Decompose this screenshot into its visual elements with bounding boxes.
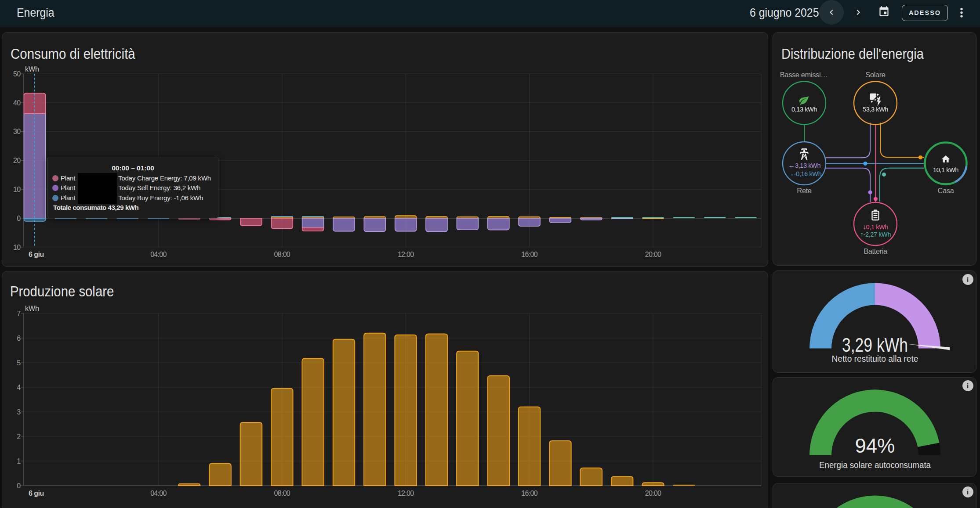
svg-text:6: 6 (17, 335, 21, 342)
svg-text:30: 30 (13, 128, 21, 135)
svg-text:←3,13 kWh: ←3,13 kWh (788, 161, 820, 169)
svg-text:7: 7 (17, 310, 21, 317)
svg-text:6 giu: 6 giu (29, 251, 44, 258)
svg-text:20: 20 (13, 157, 21, 164)
svg-text:↑-2,27 kWh: ↑-2,27 kWh (860, 231, 891, 238)
svg-text:2: 2 (17, 433, 21, 440)
svg-text:20:00: 20:00 (645, 490, 661, 497)
svg-text:0,13 kWh: 0,13 kWh (791, 106, 817, 113)
svg-text:Casa: Casa (938, 187, 955, 195)
svg-text:04:00: 04:00 (150, 251, 167, 258)
svg-text:3,29 kWh: 3,29 kWh (842, 334, 908, 356)
svg-text:94%: 94% (855, 435, 895, 457)
svg-text:Netto restituito alla rete: Netto restituito alla rete (832, 354, 918, 364)
svg-text:50: 50 (13, 70, 21, 78)
svg-text:08:00: 08:00 (274, 251, 290, 258)
svg-text:0: 0 (17, 215, 21, 222)
svg-text:↓0,1 kWh: ↓0,1 kWh (863, 223, 888, 231)
svg-text:12:00: 12:00 (398, 251, 414, 258)
svg-text:16:00: 16:00 (521, 251, 537, 258)
svg-text:5: 5 (17, 359, 21, 367)
svg-text:kWh: kWh (25, 65, 39, 73)
svg-text:0: 0 (17, 482, 21, 490)
svg-text:3: 3 (17, 408, 21, 416)
svg-text:08:00: 08:00 (274, 490, 290, 497)
svg-text:10: 10 (13, 186, 21, 193)
svg-text:Energia solare autoconsumata: Energia solare autoconsumata (819, 460, 931, 470)
svg-text:40: 40 (13, 99, 21, 107)
svg-text:20:00: 20:00 (645, 251, 661, 258)
svg-text:53,3 kWh: 53,3 kWh (863, 106, 888, 113)
svg-text:16:00: 16:00 (521, 490, 537, 497)
svg-text:10,1 kWh: 10,1 kWh (933, 166, 958, 173)
svg-text:Basse emissi…: Basse emissi… (780, 71, 828, 79)
svg-text:1: 1 (17, 458, 21, 465)
svg-text:6 giu: 6 giu (29, 490, 44, 497)
svg-text:Rete: Rete (797, 187, 811, 195)
svg-text:→-0,16 kWh: →-0,16 kWh (787, 169, 822, 177)
svg-text:Solare: Solare (865, 71, 886, 79)
svg-text:Batteria: Batteria (864, 247, 888, 255)
svg-text:04:00: 04:00 (150, 490, 167, 497)
svg-text:12:00: 12:00 (398, 490, 414, 497)
svg-text:10: 10 (13, 244, 21, 251)
svg-text:4: 4 (17, 384, 21, 391)
svg-text:kWh: kWh (25, 305, 39, 312)
